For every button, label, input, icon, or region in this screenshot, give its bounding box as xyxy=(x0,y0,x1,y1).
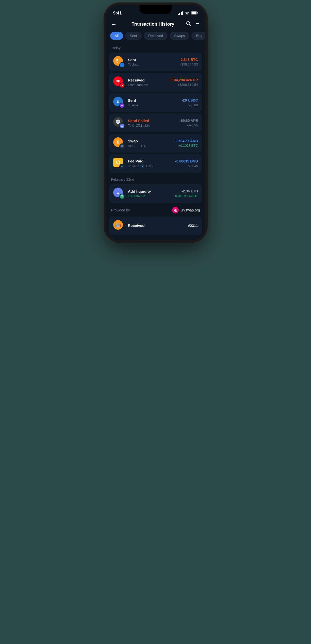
tx7-amounts: -2.34 ETH -5,310.61 USDT xyxy=(174,189,198,198)
filter-tabs: All Sent Received Swaps Buy Se xyxy=(106,32,205,44)
tab-buy[interactable]: Buy xyxy=(191,32,205,40)
tx5-title: Swap xyxy=(128,139,171,143)
tx5-subtitle: ARB → BTC xyxy=(128,144,171,148)
tx2-details: Received From sam.eth xyxy=(128,78,167,87)
tx3-amount-primary: -20 USDC xyxy=(182,98,198,102)
tx4-title: Send Failed xyxy=(128,119,177,123)
tx-icon-swap: ₿ 🛡 xyxy=(113,137,125,149)
back-button[interactable]: ← xyxy=(111,21,120,28)
tx1-amounts: -2.346 BTC -$99,364.83 xyxy=(179,58,198,66)
tx4-amounts: -69.69 APE -$96.55 xyxy=(180,119,198,127)
table-row[interactable]: ₿ ↑ Sent To Joao -2.346 BTC -$99,364.83 xyxy=(109,53,202,71)
header-actions xyxy=(186,21,200,28)
tx2-amount-primary: +134,294.424 OP xyxy=(170,78,198,82)
phone-notch xyxy=(140,5,172,14)
tx-last-details: Received xyxy=(128,223,185,228)
tx-icon-bnb: ⬡ G xyxy=(113,158,125,169)
tx-last-amounts: #2311 xyxy=(188,224,198,228)
search-icon[interactable] xyxy=(186,21,191,28)
tx1-subtitle: To Joao xyxy=(128,63,177,67)
robot-main-icon: 🤖 xyxy=(113,220,123,230)
tx3-title: Sent xyxy=(128,98,179,103)
table-row[interactable]: 💀 Ξ Send Failed To 0×2f21...f34 -69.69 A… xyxy=(109,113,202,132)
provided-by-section: Provided by 🦄 uniswap.org xyxy=(106,203,205,217)
uniswap-icon: 🦄 xyxy=(172,207,179,213)
fee-paid-label: To send xyxy=(128,164,140,168)
signal-icon xyxy=(178,11,183,15)
svg-text:₿: ₿ xyxy=(116,59,118,63)
tx2-subtitle: From sam.eth xyxy=(128,83,167,87)
usdc-sub-icon: ∞ xyxy=(119,103,125,108)
tx-icon-lp: Ξ ₮ xyxy=(113,188,125,199)
tx6-amount-secondary: -$0.045 xyxy=(175,164,198,168)
svg-rect-1 xyxy=(197,12,198,13)
tx5-amount-secondary: +0.1028 BTC xyxy=(174,144,198,147)
table-row[interactable]: ₿ 🛡 Swap ARB → BTC -2,504.37 ARB +0.1028… xyxy=(109,134,202,153)
tx2-amounts: +134,294.424 OP +$390,519.54 xyxy=(170,78,198,87)
transaction-list: ₿ ↑ Sent To Joao -2.346 BTC -$99,364.83 … xyxy=(106,53,205,173)
svg-rect-2 xyxy=(191,12,196,14)
tab-sent[interactable]: Sent xyxy=(125,32,142,40)
tx-icon-op: OP OP xyxy=(113,76,125,88)
tx6-title: Fee Paid xyxy=(128,159,172,163)
table-row[interactable]: OP OP Received From sam.eth +134,294.424… xyxy=(109,73,202,92)
tx6-amount-primary: -0.00015 BNB xyxy=(175,159,198,163)
swap-sub-icon: 🛡 xyxy=(119,143,125,149)
section-feb22: February 22nd xyxy=(106,175,205,184)
uniswap-label: uniswap.org xyxy=(181,208,200,212)
op-sub-icon: OP xyxy=(119,82,125,88)
status-icons xyxy=(178,11,198,15)
page-title: Transaction History xyxy=(120,22,186,27)
tx5-amount-primary: -2,504.37 ARB xyxy=(174,139,198,143)
svg-line-4 xyxy=(189,25,191,26)
tx-icon-robot: 🤖 xyxy=(113,220,125,232)
phone-frame: 9:41 ← Transac xyxy=(106,5,205,240)
lp-sub-icon: ₮ xyxy=(119,194,125,199)
tx4-amount-secondary: -$96.55 xyxy=(180,123,198,127)
tx3-details: Sent To Ana xyxy=(128,98,179,107)
tx-icon-btc: ₿ ↑ xyxy=(113,56,125,68)
battery-icon xyxy=(191,11,198,15)
table-row[interactable]: $ ∞ Sent To Ana -20 USDC -$20.00 xyxy=(109,93,202,112)
tx6-amounts: -0.00015 BNB -$0.045 xyxy=(175,159,198,168)
tx3-amount-secondary: -$20.00 xyxy=(182,103,198,107)
tab-swaps[interactable]: Swaps xyxy=(170,32,189,40)
tab-all[interactable]: All xyxy=(110,32,123,40)
tx2-title: Received xyxy=(128,78,167,82)
transaction-list-bottom: 🤖 Received #2311 xyxy=(106,217,205,240)
tx4-details: Send Failed To 0×2f21...f34 xyxy=(128,119,177,127)
provided-by-service[interactable]: 🦄 uniswap.org xyxy=(172,207,200,213)
table-row[interactable]: 🤖 Received #2311 xyxy=(109,217,202,235)
ape-sub-icon: Ξ xyxy=(119,123,125,129)
tx-icon-usdc: $ ∞ xyxy=(113,97,125,108)
tx1-amount-secondary: -$99,364.83 xyxy=(179,62,198,66)
tx5-details: Swap ARB → BTC xyxy=(128,139,171,148)
tx3-subtitle: To Ana xyxy=(128,103,179,107)
header: ← Transaction History xyxy=(106,18,205,32)
tx7-title: Add liquidity xyxy=(128,189,171,193)
status-time: 9:41 xyxy=(113,11,122,16)
tx4-amount-primary: -69.69 APE xyxy=(180,119,198,123)
fee-paid-token: GMX xyxy=(146,164,154,168)
tx5-amounts: -2,504.37 ARB +0.1028 BTC xyxy=(174,139,198,147)
bnb-sub-icon: G xyxy=(119,164,125,169)
tx7-amount-secondary: -5,310.61 USDT xyxy=(174,194,198,198)
btc-sub-icon: ↑ xyxy=(119,62,125,68)
tab-received[interactable]: Received xyxy=(144,32,168,40)
tx6-subtitle: To send ▲ GMX xyxy=(128,164,172,168)
tx-last-title: Received xyxy=(128,223,185,228)
tx1-amount-primary: -2.346 BTC xyxy=(179,58,198,62)
filter-icon[interactable] xyxy=(195,21,200,27)
tx7-amount-primary: -2.34 ETH xyxy=(174,189,198,193)
tx-last-badge: #2311 xyxy=(188,224,198,228)
table-row[interactable]: ⬡ G Fee Paid To send ▲ GMX -0.00015 BNB … xyxy=(109,154,202,173)
tx1-title: Sent xyxy=(128,58,177,62)
table-row[interactable]: Ξ ₮ Add liquidity +0.0034 LP -2.34 ETH -… xyxy=(109,184,202,203)
tx6-details: Fee Paid To send ▲ GMX xyxy=(128,159,172,168)
tx4-subtitle: To 0×2f21...f34 xyxy=(128,124,177,127)
gmx-mini-icon: ▲ xyxy=(140,164,144,168)
wifi-icon xyxy=(185,11,189,15)
provided-by-label: Provided by xyxy=(111,208,130,212)
tx1-details: Sent To Joao xyxy=(128,58,177,67)
tx3-amounts: -20 USDC -$20.00 xyxy=(182,98,198,107)
